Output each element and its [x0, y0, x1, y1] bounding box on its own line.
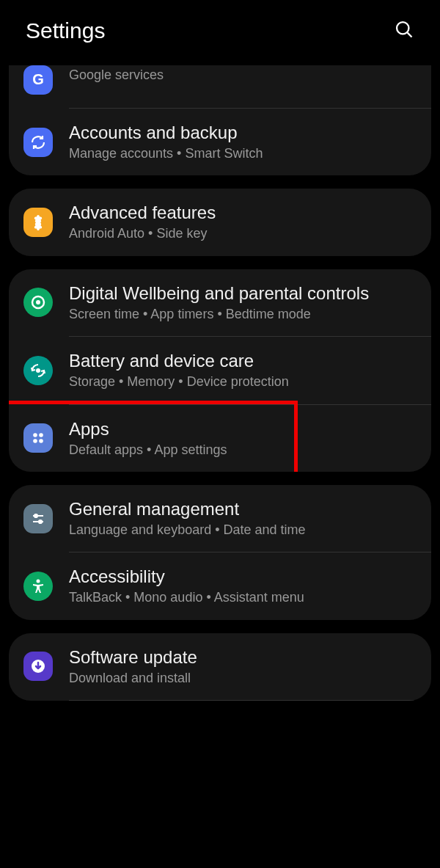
- item-text: Digital Wellbeing and parental controls …: [69, 282, 417, 323]
- item-title: Accounts and backup: [69, 122, 417, 144]
- svg-point-12: [34, 514, 37, 517]
- settings-group: Software update Download and install: [9, 633, 431, 701]
- item-subtitle: Language and keyboard • Date and time: [69, 522, 417, 539]
- svg-point-4: [36, 300, 40, 304]
- item-title: Accessibility: [69, 566, 417, 588]
- item-subtitle: Android Auto • Side key: [69, 225, 417, 242]
- search-icon[interactable]: [394, 19, 414, 43]
- item-text: Accessibility TalkBack • Mono audio • As…: [69, 566, 417, 606]
- sliders-icon: [23, 504, 53, 533]
- item-text: Apps Default apps • App settings: [69, 418, 417, 459]
- settings-item-accounts-backup[interactable]: Accounts and backup Manage accounts • Sm…: [9, 109, 431, 175]
- divider: [69, 700, 431, 701]
- update-icon: [23, 652, 53, 681]
- svg-line-1: [408, 33, 412, 37]
- settings-item-digital-wellbeing[interactable]: Digital Wellbeing and parental controls …: [9, 269, 431, 336]
- svg-point-6: [33, 433, 37, 437]
- item-title: Apps: [69, 418, 417, 440]
- settings-list: G Google services Accounts and backup Ma…: [0, 65, 440, 701]
- device-care-icon: [23, 356, 53, 385]
- apps-icon: [23, 423, 53, 453]
- item-title: General management: [69, 498, 417, 520]
- svg-point-9: [39, 439, 43, 443]
- settings-item-advanced-features[interactable]: Advanced features Android Auto • Side ke…: [9, 189, 431, 255]
- item-title: Software update: [69, 646, 417, 668]
- item-subtitle: Download and install: [69, 670, 417, 687]
- item-text: General management Language and keyboard…: [69, 498, 417, 539]
- accessibility-icon: [23, 572, 53, 601]
- item-text: Accounts and backup Manage accounts • Sm…: [69, 122, 417, 162]
- item-subtitle: Manage accounts • Smart Switch: [69, 145, 417, 162]
- page-title: Settings: [26, 18, 105, 43]
- settings-group: Advanced features Android Auto • Side ke…: [9, 189, 431, 255]
- item-text: Software update Download and install: [69, 646, 417, 687]
- settings-item-accessibility[interactable]: Accessibility TalkBack • Mono audio • As…: [9, 552, 431, 619]
- settings-item-general-management[interactable]: General management Language and keyboard…: [9, 485, 431, 552]
- gear-flower-icon: [23, 208, 53, 237]
- settings-item-apps[interactable]: Apps Default apps • App settings: [9, 405, 431, 472]
- settings-item-google[interactable]: G Google services: [9, 65, 431, 108]
- item-subtitle: Screen time • App timers • Bedtime mode: [69, 306, 417, 323]
- item-text: Advanced features Android Auto • Side ke…: [69, 202, 417, 242]
- item-title: Battery and device care: [69, 350, 417, 372]
- settings-item-software-update[interactable]: Software update Download and install: [9, 633, 431, 700]
- item-subtitle: TalkBack • Mono audio • Assistant menu: [69, 589, 417, 606]
- item-subtitle: Default apps • App settings: [69, 442, 417, 459]
- settings-group: General management Language and keyboard…: [9, 485, 431, 620]
- header: Settings: [0, 0, 440, 65]
- wellbeing-icon: [23, 288, 53, 317]
- svg-point-7: [39, 433, 43, 437]
- item-title: Digital Wellbeing and parental controls: [69, 282, 417, 304]
- item-title: Advanced features: [69, 202, 417, 224]
- google-icon: G: [23, 65, 53, 95]
- settings-group: G Google services Accounts and backup Ma…: [9, 65, 431, 175]
- svg-text:G: G: [32, 71, 44, 87]
- item-subtitle: Storage • Memory • Device protection: [69, 373, 417, 390]
- item-text: Battery and device care Storage • Memory…: [69, 350, 417, 390]
- sync-icon: [23, 128, 53, 157]
- svg-point-13: [39, 520, 42, 523]
- svg-point-0: [397, 22, 408, 34]
- svg-point-5: [36, 368, 40, 373]
- settings-group: Digital Wellbeing and parental controls …: [9, 269, 431, 472]
- item-subtitle: Google services: [69, 67, 417, 84]
- settings-item-battery-device-care[interactable]: Battery and device care Storage • Memory…: [9, 337, 431, 404]
- item-text: Google services: [69, 76, 417, 84]
- svg-point-8: [33, 439, 37, 443]
- svg-point-14: [37, 580, 40, 583]
